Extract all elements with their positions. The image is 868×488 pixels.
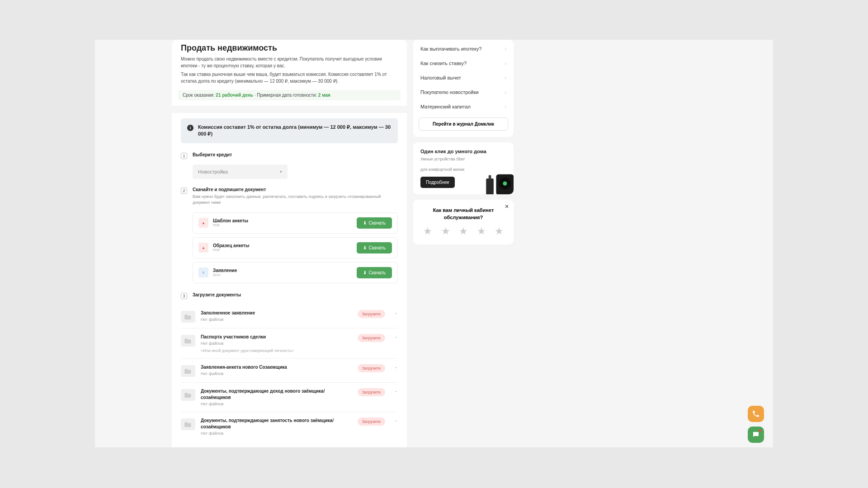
journal-button[interactable]: Перейти в журнал Домклик bbox=[419, 117, 508, 131]
doc-card-2: ≡ Заявление DOC ⬇ Скачать bbox=[193, 262, 398, 283]
sidebar-item-1[interactable]: Как снизить ставку? › bbox=[413, 56, 514, 70]
download-button-0[interactable]: ⬇ Скачать bbox=[357, 217, 392, 229]
promo-image bbox=[482, 170, 514, 194]
upload-badge-1: Загрузите bbox=[358, 334, 385, 342]
upload-4-title: Документы, подтверждающие занятость ново… bbox=[201, 418, 352, 430]
notification-dot bbox=[758, 429, 762, 432]
star-1[interactable]: ★ bbox=[423, 225, 432, 237]
star-2[interactable]: ★ bbox=[441, 225, 450, 237]
description-2: Так как ставка рыночная выше чем ваша, б… bbox=[172, 71, 407, 86]
commission-text: Комиссия составит 1% от остатка долга (м… bbox=[198, 124, 392, 138]
deadline-date: 2 мая bbox=[318, 93, 330, 98]
upload-card-3[interactable]: Документы, подтверждающие доход нового з… bbox=[181, 382, 398, 412]
download-icon: ⬇ bbox=[363, 245, 367, 250]
folder-icon bbox=[181, 389, 195, 401]
doc-0-ext: PDF bbox=[213, 223, 352, 227]
sidebar-item-3[interactable]: Покупателю новостройки › bbox=[413, 85, 514, 99]
upload-2-title: Заявления-анкета нового Созаемщика bbox=[201, 364, 352, 371]
step-1: 1 Выберите кредит bbox=[172, 150, 407, 162]
folder-icon bbox=[181, 335, 195, 347]
sidebar-item-3-label: Покупателю новостройки bbox=[420, 89, 479, 95]
folder-icon bbox=[181, 365, 195, 377]
sidebar-links: Как выплачивать ипотеку? › Как снизить с… bbox=[413, 40, 514, 137]
chat-fab[interactable] bbox=[748, 427, 764, 443]
upload-card-4[interactable]: Документы, подтверждающие занятость ново… bbox=[181, 412, 398, 441]
step-3-number: 3 bbox=[181, 293, 187, 299]
chevron-down-icon[interactable]: ⌄ bbox=[394, 334, 398, 339]
download-icon: ⬇ bbox=[363, 270, 367, 275]
upload-card-2[interactable]: Заявления-анкета нового Созаемщика Нет ф… bbox=[181, 358, 398, 382]
upload-badge-2: Загрузите bbox=[358, 364, 385, 372]
call-fab[interactable] bbox=[748, 406, 764, 422]
svg-rect-4 bbox=[489, 175, 491, 179]
rating-card: ✕ Как вам личный кабинет обслуживания? ★… bbox=[413, 200, 514, 244]
upload-3-title: Документы, подтверждающие доход нового з… bbox=[201, 388, 352, 401]
deadline-prefix: Срок оказания: bbox=[183, 93, 215, 98]
info-icon: i bbox=[187, 125, 193, 131]
phone-icon bbox=[752, 410, 760, 418]
page-title: Продать недвижимость bbox=[172, 43, 407, 56]
sidebar-item-0[interactable]: Как выплачивать ипотеку? › bbox=[413, 42, 514, 56]
upload-badge-0: Загрузите bbox=[358, 310, 385, 318]
star-4[interactable]: ★ bbox=[477, 225, 486, 237]
download-button-2[interactable]: ⬇ Скачать bbox=[357, 267, 392, 278]
folder-icon bbox=[181, 311, 195, 323]
chevron-down-icon[interactable]: ⌄ bbox=[394, 310, 398, 315]
star-5[interactable]: ★ bbox=[495, 225, 504, 237]
chevron-down-icon[interactable]: ⌄ bbox=[394, 418, 398, 422]
step-3-title: Загрузите документы bbox=[193, 292, 241, 297]
download-icon: ⬇ bbox=[363, 221, 367, 225]
sidebar-item-4-label: Материнский капитал bbox=[420, 104, 471, 109]
doc-2-name: Заявление bbox=[213, 268, 352, 273]
rating-stars: ★ ★ ★ ★ ★ bbox=[420, 225, 506, 237]
sidebar-item-1-label: Как снизить ставку? bbox=[420, 61, 467, 66]
chevron-down-icon[interactable]: ⌄ bbox=[394, 364, 398, 369]
upload-0-sub: Нет файлов bbox=[201, 317, 352, 322]
upload-card-1[interactable]: Паспорта участников сделки Нет файлов «И… bbox=[181, 328, 398, 358]
upload-1-hint: «Или иной документ удостоверяющий личнос… bbox=[201, 348, 352, 353]
description-1: Можно продать свою недвижимость вместе с… bbox=[172, 56, 407, 71]
upload-0-title: Заполненное заявление bbox=[201, 310, 352, 316]
credit-select-value: Новостройка bbox=[198, 169, 228, 174]
step-3: 3 Загрузите документы bbox=[172, 291, 407, 302]
sidebar-item-4[interactable]: Материнский капитал › bbox=[413, 99, 514, 114]
step-2-hint: Вам нужно будет заполнить данные, распеч… bbox=[193, 194, 398, 206]
doc-card-1: ▲ Образец анкеты PDF ⬇ Скачать bbox=[193, 237, 398, 258]
doc-icon: ≡ bbox=[198, 267, 208, 277]
credit-select[interactable]: Новостройка ▾ bbox=[193, 164, 288, 179]
promo-button[interactable]: Подробнее bbox=[420, 177, 455, 188]
step-2-number: 2 bbox=[181, 188, 187, 194]
folder-icon bbox=[181, 418, 195, 430]
sidebar-item-2[interactable]: Налоговый вычет › bbox=[413, 70, 514, 85]
chevron-right-icon: › bbox=[505, 61, 506, 66]
upload-card-0[interactable]: Заполненное заявление Нет файлов Загрузи… bbox=[181, 305, 398, 328]
pdf-icon: ▲ bbox=[198, 243, 208, 253]
deadline-mid: · Примерная дата готовности: bbox=[255, 93, 318, 98]
upload-1-title: Паспорта участников сделки bbox=[201, 334, 352, 340]
deadline-banner: Срок оказания: 21 рабочий день · Примерн… bbox=[178, 90, 401, 100]
chevron-right-icon: › bbox=[505, 75, 506, 80]
step-1-title: Выберите кредит bbox=[193, 152, 232, 157]
rating-title: Как вам личный кабинет обслуживания? bbox=[428, 207, 499, 221]
star-3[interactable]: ★ bbox=[459, 225, 468, 237]
chevron-down-icon[interactable]: ⌄ bbox=[394, 388, 398, 393]
doc-1-name: Образец анкеты bbox=[213, 243, 352, 248]
chevron-right-icon: › bbox=[505, 104, 506, 109]
upload-badge-3: Загрузите bbox=[358, 388, 385, 396]
chevron-right-icon: › bbox=[505, 90, 506, 95]
doc-0-name: Шаблон анкеты bbox=[213, 218, 352, 223]
promo-sub-1: Умные устройства Sber bbox=[420, 156, 506, 162]
upload-badge-4: Загрузите bbox=[358, 418, 385, 426]
upload-3-sub: Нет файлов bbox=[201, 402, 352, 406]
step-2-title: Скачайте и подпишите документ bbox=[193, 187, 398, 192]
pdf-icon: ▲ bbox=[198, 218, 208, 228]
download-button-1[interactable]: ⬇ Скачать bbox=[357, 242, 392, 253]
svg-point-2 bbox=[503, 182, 507, 186]
sidebar-item-0-label: Как выплачивать ипотеку? bbox=[420, 46, 481, 52]
close-icon[interactable]: ✕ bbox=[505, 203, 509, 210]
doc-card-0: ▲ Шаблон анкеты PDF ⬇ Скачать bbox=[193, 212, 398, 234]
chevron-right-icon: › bbox=[505, 47, 506, 52]
commission-banner: i Комиссия составит 1% от остатка долга … bbox=[181, 118, 398, 143]
download-label-0: Скачать bbox=[369, 221, 386, 225]
promo-title: Один клик до умного дома bbox=[420, 149, 506, 154]
